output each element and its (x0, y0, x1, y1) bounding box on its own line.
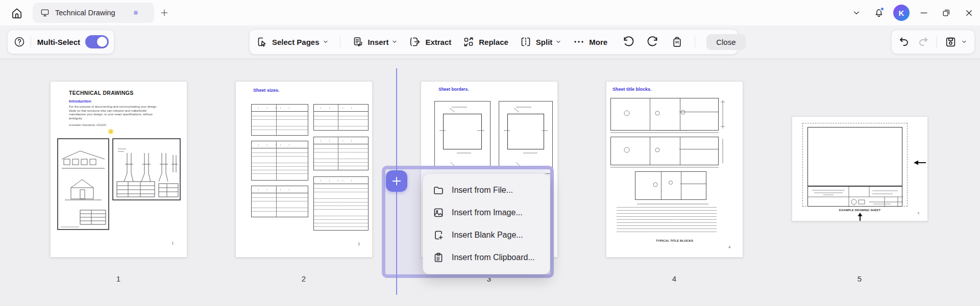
extract-label: Extract (425, 38, 451, 46)
delete-page-button[interactable] (671, 35, 683, 49)
document-tab[interactable]: Technical Drawing (33, 3, 154, 23)
new-tab-icon (159, 8, 169, 18)
split-icon (520, 36, 532, 48)
divider (695, 36, 695, 47)
home-button[interactable] (8, 5, 26, 22)
menu-item-insert-from-clipboard[interactable]: Insert from Clipboard... (423, 246, 550, 269)
replace-icon (462, 36, 475, 48)
restore-button[interactable] (935, 0, 958, 26)
insert-icon (352, 36, 364, 48)
blank-page-icon (432, 229, 445, 241)
divider (937, 36, 937, 47)
plus-icon (391, 175, 402, 187)
page5-inner-number: 5 (918, 212, 919, 215)
multi-select-toggle[interactable] (85, 35, 109, 48)
page2-inner-number: 2 (358, 242, 360, 246)
minimize-button[interactable] (913, 0, 935, 26)
split-button[interactable]: Split (520, 36, 562, 48)
page2-table (313, 137, 369, 170)
page1-sketch (51, 82, 187, 258)
replace-button[interactable]: Replace (462, 36, 508, 48)
menu-item-insert-from-image[interactable]: Insert from Image... (423, 201, 550, 224)
help-icon (13, 36, 26, 48)
redo-icon (917, 36, 929, 48)
page2-table (251, 141, 308, 181)
chevron-down-icon (555, 39, 561, 45)
home-icon (10, 7, 23, 20)
menu-item-insert-from-file[interactable]: Insert from File... (423, 179, 550, 201)
page2-table (251, 186, 308, 217)
page5-drawing-frame (807, 127, 902, 186)
page-label-5: 5 (849, 274, 870, 283)
avatar-initial: K (899, 9, 904, 17)
page-thumbnail-2[interactable]: Sheet sizes. 2 (235, 81, 373, 258)
select-pages-icon (256, 36, 268, 48)
close-button[interactable]: Close (706, 34, 745, 50)
titlebar-collapse-button[interactable] (845, 0, 868, 26)
menu-item-label: Insert from Image... (452, 208, 523, 217)
rotate-left-icon (622, 35, 635, 48)
save-dropdown-button[interactable] (960, 35, 968, 49)
page5-titleblock-sketch (808, 187, 903, 207)
page-thumbnail-5[interactable]: EXAMPLE DRAWING SHEET 5 (792, 116, 928, 221)
page-label-2: 2 (293, 274, 314, 283)
page2-table (313, 176, 369, 231)
select-pages-button[interactable]: Select Pages (256, 36, 329, 48)
chevron-down-icon (391, 39, 398, 45)
page5-titleblock (807, 186, 902, 207)
toggle-knob (97, 37, 107, 47)
rotate-right-button[interactable] (646, 35, 659, 49)
undo-button[interactable] (898, 35, 910, 49)
notifications-button[interactable] (868, 0, 890, 26)
tab-title: Technical Drawing (55, 9, 115, 17)
image-icon (432, 207, 445, 219)
page-label-4: 4 (664, 274, 684, 283)
redo-button[interactable] (917, 35, 929, 49)
extract-button[interactable]: Extract (409, 36, 451, 48)
pdf-editor-window: Technical Drawing (0, 0, 980, 306)
page5-caption: EXAMPLE DRAWING SHEET (792, 209, 927, 212)
chevron-down-icon (323, 39, 329, 45)
more-button[interactable]: More (573, 36, 607, 48)
help-button[interactable] (13, 35, 27, 49)
rotate-right-icon (646, 35, 659, 48)
menu-item-insert-blank-page[interactable]: Insert Blank Page... (423, 224, 550, 246)
page2-table (313, 104, 369, 131)
page-tools-card: Select Pages Insert (249, 29, 738, 55)
toolbar: Multi-Select Select Pages (0, 26, 980, 58)
save-button[interactable] (944, 35, 957, 49)
page4-legend-lines (617, 207, 717, 235)
insert-button[interactable]: Insert (352, 36, 398, 48)
save-icon (944, 36, 957, 48)
menu-item-label: Insert from Clipboard... (452, 253, 535, 262)
delete-icon (671, 36, 683, 48)
close-label: Close (716, 38, 736, 46)
page-label-1: 1 (108, 274, 129, 283)
menu-item-label: Insert Blank Page... (452, 231, 523, 240)
close-window-icon (964, 8, 974, 18)
page2-table (251, 104, 308, 136)
page-thumbnail-4[interactable]: Sheet title blocks. TYPICAL TITLE BLOCKS… (606, 81, 743, 258)
new-tab-button[interactable] (158, 7, 170, 19)
up-arrow-annotation (856, 213, 864, 221)
avatar: K (893, 5, 910, 21)
page-thumbnail-1[interactable]: TECHNICAL DRAWINGS Introduction For the … (50, 81, 187, 258)
clipboard-icon (432, 251, 445, 264)
notification-dot (880, 7, 885, 11)
unsaved-dot (134, 11, 138, 15)
more-icon (573, 36, 585, 48)
divider (31, 36, 31, 47)
rotate-left-button[interactable] (622, 35, 635, 49)
titlebar-right-controls: K (845, 0, 980, 26)
page4-inner-number: 4 (728, 245, 730, 249)
more-label: More (589, 38, 607, 46)
page2-heading: Sheet sizes. (253, 88, 280, 93)
chevron-down-icon (852, 8, 861, 17)
insert-page-button[interactable] (386, 170, 407, 192)
save-dropdown-icon (961, 39, 967, 45)
account-button[interactable]: K (890, 0, 913, 26)
close-window-button[interactable] (958, 0, 980, 26)
title-bar: Technical Drawing (0, 0, 980, 26)
folder-icon (432, 184, 445, 196)
document-tab-icon (40, 8, 50, 18)
